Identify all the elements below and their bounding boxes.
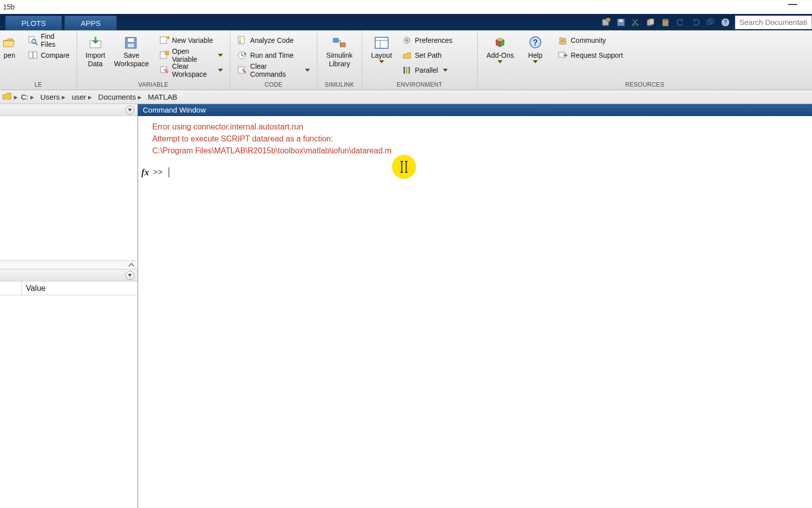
svg-rect-9	[664, 19, 667, 20]
breadcrumb-seg[interactable]: user▸	[69, 93, 95, 102]
simulink-library-button[interactable]: Simulink Library	[321, 33, 358, 68]
parallel-button[interactable]: Parallel	[399, 63, 455, 77]
current-folder-panel[interactable]	[0, 116, 137, 260]
find-files-button[interactable]: Find Files	[25, 33, 73, 47]
open-button[interactable]: pen	[1, 33, 23, 60]
group-resources-label: RESOURCES	[478, 80, 812, 90]
help-icon: ?	[527, 35, 544, 50]
qa-switch-windows-icon[interactable]	[703, 15, 718, 30]
panel-actions-dropdown[interactable]	[125, 271, 134, 280]
details-panel-toggle[interactable]	[0, 260, 137, 269]
preferences-button[interactable]: Preferences	[399, 33, 455, 47]
group-file-label: LE	[0, 80, 77, 90]
window-title: 15b	[3, 3, 14, 11]
svg-rect-41	[404, 67, 405, 74]
doc-search-input[interactable]	[735, 16, 812, 29]
ribbon-tab-row: PLOTS APPS ?	[0, 14, 812, 30]
text-cursor	[169, 167, 169, 177]
qa-new-icon[interactable]	[599, 15, 613, 30]
address-bar[interactable]: ▸ C:▸ Users▸ user▸ Documents▸ MATLAB	[0, 90, 812, 104]
qa-save-icon[interactable]	[613, 15, 628, 30]
qa-help-icon[interactable]: ?	[718, 15, 733, 30]
left-panel-column: Value	[0, 104, 138, 508]
error-line: C:\Program Files\MATLAB\R2015b\toolbox\m…	[152, 145, 806, 157]
fx-icon[interactable]: fx	[141, 167, 149, 178]
svg-rect-3	[619, 19, 623, 22]
addons-icon	[492, 35, 508, 50]
group-simulink-label: SIMULINK	[317, 80, 362, 90]
chevron-down-icon	[218, 53, 223, 57]
prompt-chevrons: >>	[153, 168, 163, 177]
qa-undo-icon[interactable]	[673, 15, 688, 30]
tab-apps[interactable]: APPS	[64, 15, 117, 30]
svg-rect-27	[161, 67, 167, 73]
workspace-body[interactable]	[0, 295, 137, 508]
add-ons-button[interactable]: Add-Ons	[482, 33, 519, 64]
svg-point-40	[406, 39, 408, 41]
parallel-icon	[402, 65, 412, 75]
breadcrumb-seg[interactable]: Users▸	[37, 93, 69, 102]
svg-rect-23	[160, 37, 167, 43]
group-environment-label: ENVIRONMENT	[362, 80, 477, 90]
svg-text:?: ?	[723, 19, 727, 26]
breadcrumb-seg[interactable]: C:▸	[18, 93, 37, 102]
chevron-right-icon: ▸	[14, 93, 18, 102]
error-line: Attempt to execute SCRIPT dataread as a …	[152, 133, 806, 145]
new-variable-button[interactable]: ✦ New Variable	[156, 33, 226, 47]
group-variable: Import Data Save Workspace ✦ New Variabl…	[77, 30, 230, 90]
chevron-down-icon	[498, 60, 503, 64]
save-workspace-icon	[123, 35, 140, 50]
svg-rect-42	[406, 67, 407, 74]
import-data-icon	[87, 35, 104, 50]
chevron-down-icon	[305, 68, 310, 72]
qa-paste-icon[interactable]	[658, 15, 673, 30]
window-minimize-button[interactable]	[788, 4, 797, 5]
svg-rect-18	[33, 52, 37, 58]
request-support-button[interactable]: Request Support	[555, 48, 626, 62]
open-variable-button[interactable]: Open Variable	[156, 48, 226, 62]
workspace-col-value[interactable]: Value	[22, 284, 137, 293]
error-line: Error using connector.internal.autostart…	[152, 121, 806, 133]
svg-rect-17	[29, 52, 32, 58]
set-path-button[interactable]: Set Path	[399, 48, 455, 62]
save-workspace-button[interactable]: Save Workspace	[112, 33, 151, 68]
qa-copy-icon[interactable]	[643, 15, 658, 30]
breadcrumb-seg[interactable]: Documents▸	[95, 93, 145, 102]
qa-redo-icon[interactable]	[688, 15, 703, 30]
layout-button[interactable]: Layout	[366, 33, 397, 64]
command-window-title: Command Window	[138, 104, 812, 116]
import-data-button[interactable]: Import Data	[81, 33, 110, 68]
svg-rect-29	[239, 38, 241, 39]
compare-icon	[28, 50, 38, 60]
analyze-code-button[interactable]: Analyze Code	[234, 33, 313, 47]
clear-workspace-button[interactable]: Clear Workspace	[156, 63, 226, 77]
svg-point-47	[562, 38, 566, 42]
community-button[interactable]: Community	[555, 33, 626, 47]
analyze-code-icon	[237, 35, 247, 45]
clear-commands-button[interactable]: Clear Commands	[234, 63, 313, 77]
svg-rect-35	[340, 43, 345, 47]
chevron-down-icon	[533, 60, 538, 64]
group-environment: Layout Preferences Set Path Parallel	[362, 30, 478, 90]
group-code: Analyze Code Run and Time Clear Commands…	[230, 30, 317, 90]
panel-actions-dropdown[interactable]	[125, 106, 134, 115]
community-icon	[558, 35, 568, 45]
run-and-time-button[interactable]: Run and Time	[234, 48, 313, 62]
help-button[interactable]: ? Help	[521, 33, 550, 64]
command-window-body[interactable]: Error using connector.internal.autostart…	[138, 116, 812, 508]
new-variable-icon: ✦	[159, 35, 169, 45]
compare-button[interactable]: Compare	[25, 48, 73, 62]
command-prompt-line[interactable]: fx >>	[152, 167, 806, 178]
workspace-col-name[interactable]	[0, 281, 22, 295]
svg-line-16	[35, 43, 37, 45]
doc-search-box[interactable]	[735, 15, 812, 29]
tab-plots[interactable]: PLOTS	[5, 15, 62, 30]
group-variable-label: VARIABLE	[77, 80, 230, 90]
quick-access-toolbar: ?	[599, 14, 812, 30]
qa-cut-icon[interactable]	[628, 15, 643, 30]
command-window: Command Window Error using connector.int…	[138, 104, 812, 508]
workspace-panel: Value	[0, 281, 137, 508]
svg-rect-21	[128, 38, 134, 42]
breadcrumb-seg[interactable]: MATLAB	[145, 93, 180, 101]
gear-icon	[402, 35, 412, 45]
